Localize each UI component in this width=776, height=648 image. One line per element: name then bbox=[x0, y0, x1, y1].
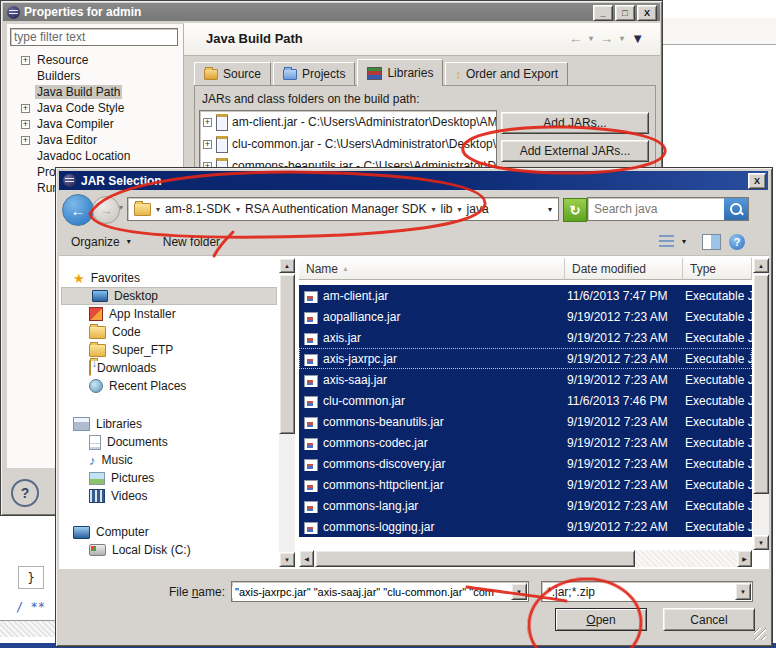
file-row[interactable]: commons-lang.jar 9/19/2012 7:23 AM Execu… bbox=[299, 495, 752, 516]
nav-item-downloads[interactable]: ↓ Downloads bbox=[59, 359, 279, 377]
tab-source[interactable]: Source bbox=[194, 62, 271, 86]
tab-libraries[interactable]: Libraries bbox=[357, 59, 443, 86]
scroll-down-button[interactable]: ▼ bbox=[279, 552, 295, 567]
tree-item-java-editor[interactable]: + Java Editor bbox=[9, 132, 181, 148]
file-name-combo[interactable]: ▼ bbox=[231, 581, 529, 602]
nav-item-music[interactable]: ♪ Music bbox=[59, 451, 279, 469]
tab-order-and-export[interactable]: ↕ Order and Export bbox=[445, 62, 568, 86]
jar-dialog-title-bar[interactable]: JAR Selection bbox=[59, 171, 768, 190]
filter-input[interactable] bbox=[10, 28, 178, 46]
expand-icon[interactable]: + bbox=[21, 120, 30, 129]
breadcrumb-segment[interactable]: lib bbox=[441, 202, 453, 216]
nav-section-computer[interactable]: Computer bbox=[59, 523, 279, 541]
scroll-left-button[interactable]: ◀ bbox=[299, 550, 314, 567]
nav-item-documents[interactable]: Documents bbox=[59, 433, 279, 451]
back-button[interactable]: ← bbox=[62, 194, 94, 226]
column-header-type[interactable]: Type bbox=[683, 258, 752, 280]
expand-icon[interactable]: + bbox=[21, 104, 30, 113]
file-row[interactable]: commons-beanutils.jar 9/19/2012 7:23 AM … bbox=[299, 411, 752, 432]
nav-item-pictures[interactable]: Pictures bbox=[59, 469, 279, 487]
build-path-entry[interactable]: + am-client.jar - C:\Users\Administrator… bbox=[200, 111, 496, 133]
column-header-name[interactable]: Name ▲ bbox=[299, 258, 565, 280]
scroll-down-button[interactable]: ▼ bbox=[753, 535, 769, 550]
recent-pages-icon[interactable]: ▾ bbox=[119, 203, 123, 212]
expand-icon[interactable]: + bbox=[203, 140, 212, 149]
tree-item-javadoc-location[interactable]: Javadoc Location bbox=[9, 148, 181, 164]
breadcrumb[interactable]: ▾ am-8.1-SDK ▾ RSA Authentication Manage… bbox=[127, 197, 559, 221]
file-row[interactable]: aopalliance.jar 9/19/2012 7:23 AM Execut… bbox=[299, 306, 752, 327]
scroll-up-button[interactable]: ▲ bbox=[279, 258, 295, 273]
file-list-hscrollbar[interactable]: ◀ ▶ bbox=[299, 550, 752, 567]
refresh-button[interactable]: ↻ bbox=[563, 198, 587, 222]
tree-item-java-build-path[interactable]: Java Build Path bbox=[9, 84, 181, 100]
search-box[interactable]: Search java bbox=[587, 197, 749, 221]
back-menu-icon[interactable]: ▾ bbox=[589, 34, 593, 43]
back-icon[interactable]: ← bbox=[569, 31, 582, 46]
chevron-icon[interactable]: ▾ bbox=[156, 205, 160, 214]
file-type-combo[interactable]: *.jar;*.zip ▼ bbox=[541, 581, 753, 602]
nav-item-videos[interactable]: Videos bbox=[59, 487, 279, 505]
breadcrumb-segment[interactable]: RSA Authentication Manager SDK bbox=[245, 202, 426, 216]
expand-icon[interactable]: + bbox=[21, 136, 30, 145]
chevron-icon[interactable]: ▾ bbox=[236, 205, 240, 214]
help-button[interactable]: ? bbox=[11, 479, 39, 507]
file-row[interactable]: commons-logging.jar 9/19/2012 7:22 AM Ex… bbox=[299, 516, 752, 537]
file-row[interactable]: axis-saaj.jar 9/19/2012 7:23 AM Executab… bbox=[299, 369, 752, 390]
build-path-list[interactable]: + am-client.jar - C:\Users\Administrator… bbox=[199, 110, 497, 170]
file-type-dropdown-button[interactable]: ▼ bbox=[735, 583, 751, 600]
add-external-jars-button[interactable]: Add External JARs... bbox=[501, 140, 649, 162]
nav-item-local-disk-c[interactable]: Local Disk (C:) bbox=[59, 541, 279, 559]
nav-section-libraries[interactable]: Libraries bbox=[59, 415, 279, 433]
add-jars-button[interactable]: Add JARs... bbox=[501, 112, 649, 134]
minimize-button[interactable]: _ bbox=[593, 5, 613, 21]
file-row[interactable]: axis.jar 9/19/2012 7:23 AM Executable J bbox=[299, 327, 752, 348]
file-row[interactable]: commons-codec.jar 9/19/2012 7:23 AM Exec… bbox=[299, 432, 752, 453]
cancel-button[interactable]: Cancel bbox=[663, 608, 755, 631]
tree-item-builders[interactable]: Builders bbox=[9, 68, 181, 84]
scroll-up-button[interactable]: ▲ bbox=[753, 258, 769, 273]
search-button[interactable] bbox=[724, 198, 748, 220]
nav-item-code[interactable]: Code bbox=[59, 323, 279, 341]
forward-menu-icon[interactable]: ▾ bbox=[620, 34, 624, 43]
build-path-entry[interactable]: + clu-common.jar - C:\Users\Administrato… bbox=[200, 133, 496, 155]
help-icon[interactable]: ? bbox=[729, 234, 745, 250]
file-row[interactable]: clu-common.jar 11/6/2013 7:46 PM Executa… bbox=[299, 390, 752, 411]
breadcrumb-segment[interactable]: am-8.1-SDK bbox=[165, 202, 231, 216]
organize-menu[interactable]: Organize ▾ bbox=[71, 235, 131, 249]
scroll-thumb[interactable] bbox=[315, 550, 635, 567]
tree-item-resource[interactable]: + Resource bbox=[9, 52, 181, 68]
file-name-input[interactable] bbox=[232, 586, 511, 598]
file-row[interactable]: commons-httpclient.jar 9/19/2012 7:23 AM… bbox=[299, 474, 752, 495]
chevron-icon[interactable]: ▾ bbox=[458, 205, 462, 214]
scroll-thumb[interactable] bbox=[279, 274, 295, 434]
scroll-right-button[interactable]: ▶ bbox=[737, 550, 752, 567]
expand-icon[interactable]: + bbox=[21, 56, 30, 65]
properties-title-bar[interactable]: Properties for admin bbox=[3, 3, 660, 21]
nav-scrollbar[interactable]: ▲ ▼ bbox=[279, 258, 295, 567]
tree-item-java-code-style[interactable]: + Java Code Style bbox=[9, 100, 181, 116]
nav-item-desktop[interactable]: Desktop bbox=[61, 287, 277, 305]
file-list-vscrollbar[interactable]: ▲ ▼ bbox=[753, 258, 769, 550]
nav-section-favorites[interactable]: ★ Favorites bbox=[59, 269, 279, 287]
jar-dialog-close-button[interactable]: X bbox=[748, 173, 766, 189]
forward-button[interactable]: → bbox=[92, 196, 120, 224]
nav-item-recent-places[interactable]: Recent Places bbox=[59, 377, 279, 395]
open-button[interactable]: Open bbox=[555, 608, 647, 631]
tab-projects[interactable]: Projects bbox=[273, 62, 355, 86]
close-button[interactable]: X bbox=[637, 5, 657, 21]
file-row[interactable]: axis-jaxrpc.jar 9/19/2012 7:23 AM Execut… bbox=[299, 348, 752, 369]
preview-pane-icon[interactable] bbox=[702, 234, 721, 250]
scroll-thumb[interactable] bbox=[753, 274, 769, 494]
tree-item-java-compiler[interactable]: + Java Compiler bbox=[9, 116, 181, 132]
forward-icon[interactable]: → bbox=[600, 31, 613, 46]
view-menu-icon[interactable]: ▼ bbox=[631, 31, 644, 46]
resize-grip[interactable] bbox=[754, 628, 766, 640]
expand-icon[interactable]: + bbox=[203, 118, 212, 127]
new-folder-button[interactable]: New folder bbox=[163, 235, 220, 249]
file-name-dropdown-button[interactable]: ▼ bbox=[511, 583, 527, 600]
file-row[interactable]: commons-discovery.jar 9/19/2012 7:23 AM … bbox=[299, 453, 752, 474]
nav-item-super-ftp[interactable]: Super_FTP bbox=[59, 341, 279, 359]
views-dropdown-icon[interactable]: ▾ bbox=[682, 237, 686, 246]
nav-item-app-installer[interactable]: App Installer bbox=[59, 305, 279, 323]
chevron-icon[interactable]: ▾ bbox=[432, 205, 436, 214]
